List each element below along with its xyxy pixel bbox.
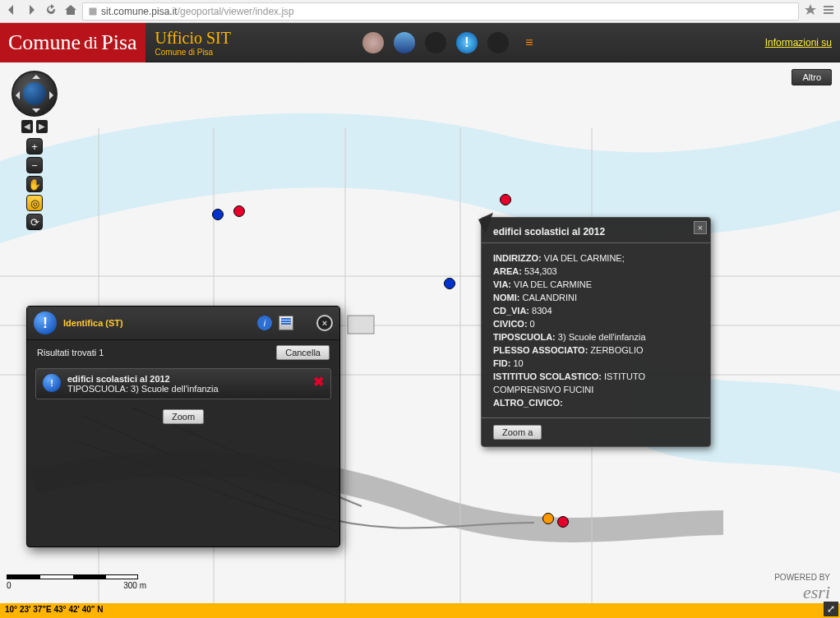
expand-icon[interactable]: ⤢ xyxy=(824,602,838,616)
brand-word-a: Comune xyxy=(8,30,81,55)
popup-field: ISTITITUO SCOLASTICO: ISTITUTO COMPRENSI… xyxy=(493,370,699,396)
nav-globe[interactable] xyxy=(12,71,58,117)
close-icon[interactable]: × xyxy=(316,315,333,331)
popup-field: CIVICO: 0 xyxy=(493,317,699,330)
close-icon[interactable]: × xyxy=(694,221,707,234)
panel-title: Identifica (ST) xyxy=(63,318,251,328)
zoom-in-button[interactable]: + xyxy=(26,138,43,154)
brand-word-b: di xyxy=(84,32,98,53)
feature-popup: × edifici scolastici al 2012 INDIRIZZO: … xyxy=(481,217,711,447)
sub-brand: Ufficio SIT Comune di Pisa xyxy=(155,29,231,57)
popup-field: INDIRIZZO: VIA DEL CARMINE; xyxy=(493,251,699,265)
zoom-button[interactable]: Zoom xyxy=(163,409,204,424)
url-host: sit.comune.pisa.it xyxy=(101,6,178,17)
identify-panel: ! Identifica (ST) i × Risultati trovati … xyxy=(26,306,340,547)
browser-chrome: sit.comune.pisa.it/geoportal/viewer/inde… xyxy=(0,0,840,23)
help-icon[interactable]: i xyxy=(257,316,272,330)
palette-icon[interactable] xyxy=(362,32,384,53)
result-title: edifici scolastici al 2012 xyxy=(67,374,307,384)
map-marker[interactable] xyxy=(212,209,224,220)
extent-tool-button[interactable]: ⟳ xyxy=(26,214,43,230)
scale-bar: 0300 m xyxy=(7,574,146,590)
zoom-to-button[interactable]: Zoom a xyxy=(493,425,542,440)
reload-icon[interactable] xyxy=(44,3,58,20)
coordinates-readout: 10° 23' 37"E 43° 42' 40" N xyxy=(0,603,840,618)
result-row[interactable]: ! edifici scolastici al 2012 TIPOSCUOLA:… xyxy=(35,368,331,399)
forward-icon[interactable] xyxy=(25,3,38,20)
popup-field: CD_VIA: 8304 xyxy=(493,304,699,317)
info-icon: ! xyxy=(43,374,61,392)
pan-tool-button[interactable]: ✋ xyxy=(26,176,43,192)
table-icon[interactable] xyxy=(279,316,293,330)
office-title: Ufficio SIT xyxy=(155,29,231,48)
brand: Comune di Pisa xyxy=(0,23,145,62)
map-marker[interactable] xyxy=(542,513,554,524)
identify-tool-button[interactable]: ◎ xyxy=(26,195,43,211)
info-icon[interactable]: ! xyxy=(456,32,478,53)
print-icon[interactable] xyxy=(394,32,415,53)
clear-button[interactable]: Cancella xyxy=(276,345,330,360)
popup-field: AREA: 534,303 xyxy=(493,265,699,278)
popup-field: NOMI: CALANDRINI xyxy=(493,291,699,304)
app-header: Comune di Pisa Ufficio SIT Comune di Pis… xyxy=(0,23,840,62)
map-area[interactable]: ◀ ▶ + − ✋ ◎ ⟳ Altro × edifici scolastici… xyxy=(0,62,840,618)
result-subtitle: TIPOSCUOLA: 3) Scuole dell'infanzia xyxy=(67,384,307,394)
more-button[interactable]: Altro xyxy=(792,69,832,85)
svg-rect-1 xyxy=(348,316,374,334)
popup-field: PLESSO ASSOCIATO: ZERBOGLIO xyxy=(493,344,699,357)
popup-field: FID: 10 xyxy=(493,357,699,370)
home-icon[interactable] xyxy=(64,3,77,20)
legend-icon[interactable]: ≡ xyxy=(519,32,540,53)
map-marker[interactable] xyxy=(500,194,511,205)
url-path: /geoportal/viewer/index.jsp xyxy=(178,6,294,17)
toolbar: ! ≡ xyxy=(362,32,540,53)
binoculars-icon[interactable] xyxy=(425,32,446,53)
results-count: Risultati trovati 1 xyxy=(37,348,104,357)
url-bar[interactable]: sit.comune.pisa.it/geoportal/viewer/inde… xyxy=(82,2,799,21)
popup-field: TIPOSCUOLA: 3) Scuole dell'infanzia xyxy=(493,330,699,344)
esri-attribution: POWERED BY esri xyxy=(774,573,830,603)
about-link[interactable]: Informazioni su xyxy=(765,37,832,48)
back-icon[interactable] xyxy=(5,3,18,20)
bookmark-icon[interactable] xyxy=(804,3,817,20)
office-sub: Comune di Pisa xyxy=(155,48,231,57)
popup-field: VIA: VIA DEL CARMINE xyxy=(493,278,699,291)
popup-title: edifici scolastici al 2012 xyxy=(482,218,710,243)
brand-word-c: Pisa xyxy=(101,30,136,55)
popup-body: INDIRIZZO: VIA DEL CARMINE;AREA: 534,303… xyxy=(482,248,710,417)
info-icon: ! xyxy=(34,311,57,334)
menu-icon[interactable] xyxy=(822,3,835,20)
search-icon[interactable] xyxy=(487,32,509,53)
map-marker[interactable] xyxy=(444,278,455,289)
map-marker[interactable] xyxy=(557,516,569,528)
rotate-right-icon[interactable]: ▶ xyxy=(36,120,48,133)
map-marker[interactable] xyxy=(233,205,245,217)
rotate-left-icon[interactable]: ◀ xyxy=(21,120,33,133)
popup-field: ALTRO_CIVICO: xyxy=(493,396,699,409)
delete-icon[interactable]: ✖ xyxy=(313,374,324,390)
browser-nav xyxy=(5,3,77,20)
nav-controls: ◀ ▶ + − ✋ ◎ ⟳ xyxy=(12,71,58,230)
zoom-out-button[interactable]: − xyxy=(26,157,43,173)
